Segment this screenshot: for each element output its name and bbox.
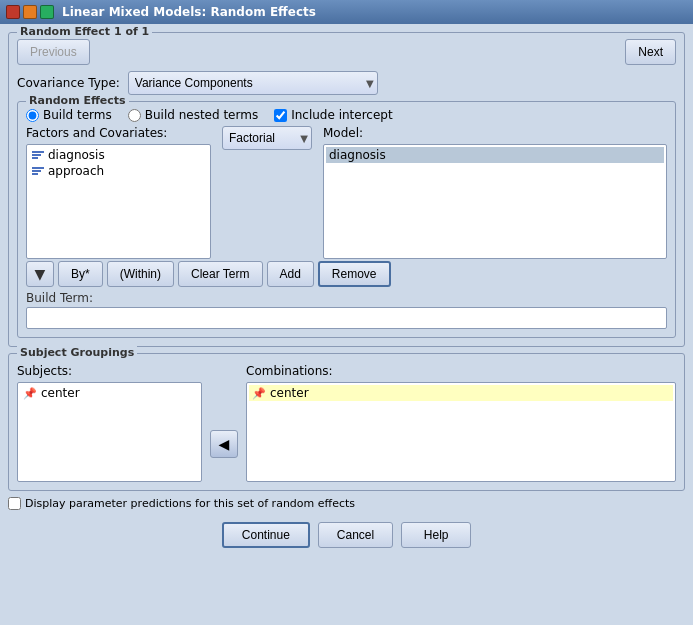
model-list[interactable]: diagnosis bbox=[323, 144, 667, 259]
bar-chart-icon-diagnosis bbox=[32, 151, 44, 159]
remove-button[interactable]: Remove bbox=[318, 261, 391, 287]
display-param-label: Display parameter predictions for this s… bbox=[25, 497, 355, 510]
bottom-buttons: Continue Cancel Help bbox=[8, 516, 685, 550]
build-terms-radio[interactable] bbox=[26, 109, 39, 122]
build-term-label: Build Term: bbox=[26, 291, 667, 305]
factors-label: Factors and Covariates: bbox=[26, 126, 211, 140]
add-button[interactable]: Add bbox=[267, 261, 314, 287]
transfer-arrow-col: ◀ bbox=[210, 364, 238, 458]
combinations-list[interactable]: 📌 center bbox=[246, 382, 676, 482]
factor-approach[interactable]: approach bbox=[29, 163, 208, 179]
pin-icon-combinations: 📌 bbox=[252, 387, 266, 400]
combinations-label: Combinations: bbox=[246, 364, 676, 378]
continue-button[interactable]: Continue bbox=[222, 522, 310, 548]
subjects-list[interactable]: 📌 center bbox=[17, 382, 202, 482]
display-param-row: Display parameter predictions for this s… bbox=[8, 497, 685, 510]
factorial-select[interactable]: Factorial Main Effects All 2-way bbox=[222, 126, 312, 150]
covariance-type-wrapper: Variance Components Diagonal AR(1) Unstr… bbox=[128, 71, 378, 95]
minimize-button[interactable] bbox=[23, 5, 37, 19]
random-effects-label: Random Effects bbox=[26, 94, 129, 107]
close-button[interactable] bbox=[6, 5, 20, 19]
subject-groupings-group: Subject Groupings Subjects: 📌 center ◀ C… bbox=[8, 353, 685, 491]
transfer-left-button[interactable]: ◀ bbox=[210, 430, 238, 458]
display-param-checkbox[interactable] bbox=[8, 497, 21, 510]
subject-center-label: center bbox=[41, 386, 80, 400]
random-effect-group: Random Effect 1 of 1 Previous Next Covar… bbox=[8, 32, 685, 347]
covariance-type-select[interactable]: Variance Components Diagonal AR(1) Unstr… bbox=[128, 71, 378, 95]
clear-term-button[interactable]: Clear Term bbox=[178, 261, 262, 287]
factorial-wrapper: Factorial Main Effects All 2-way ▼ bbox=[222, 126, 312, 150]
title-bar: Linear Mixed Models: Random Effects bbox=[0, 0, 693, 24]
cancel-button[interactable]: Cancel bbox=[318, 522, 393, 548]
include-intercept-text: Include intercept bbox=[291, 108, 393, 122]
build-nested-radio[interactable] bbox=[128, 109, 141, 122]
dialog-title: Linear Mixed Models: Random Effects bbox=[62, 5, 316, 19]
subject-groupings-label: Subject Groupings bbox=[17, 346, 137, 359]
by-star-button[interactable]: By* bbox=[58, 261, 103, 287]
factor-diagnosis[interactable]: diagnosis bbox=[29, 147, 208, 163]
covariance-type-label: Covariance Type: bbox=[17, 76, 120, 90]
random-effect-label: Random Effect 1 of 1 bbox=[17, 25, 152, 38]
build-terms-radio-label[interactable]: Build terms bbox=[26, 108, 112, 122]
model-label: Model: bbox=[323, 126, 667, 140]
maximize-button[interactable] bbox=[40, 5, 54, 19]
previous-button[interactable]: Previous bbox=[17, 39, 90, 65]
next-button[interactable]: Next bbox=[625, 39, 676, 65]
build-term-input[interactable] bbox=[26, 307, 667, 329]
factor-diagnosis-label: diagnosis bbox=[48, 148, 105, 162]
subjects-label: Subjects: bbox=[17, 364, 202, 378]
factor-approach-label: approach bbox=[48, 164, 104, 178]
help-button[interactable]: Help bbox=[401, 522, 471, 548]
combination-center[interactable]: 📌 center bbox=[249, 385, 673, 401]
within-button[interactable]: (Within) bbox=[107, 261, 174, 287]
build-terms-label: Build terms bbox=[43, 108, 112, 122]
factors-list[interactable]: diagnosis approach bbox=[26, 144, 211, 259]
bar-chart-icon-approach bbox=[32, 167, 44, 175]
include-intercept-label[interactable]: Include intercept bbox=[274, 108, 393, 122]
down-arrow-button[interactable]: ▼ bbox=[26, 261, 54, 287]
build-nested-label: Build nested terms bbox=[145, 108, 258, 122]
pin-icon-subjects: 📌 bbox=[23, 387, 37, 400]
combination-center-label: center bbox=[270, 386, 309, 400]
model-item-diagnosis[interactable]: diagnosis bbox=[326, 147, 664, 163]
middle-controls: Factorial Main Effects All 2-way ▼ bbox=[217, 126, 317, 154]
include-intercept-checkbox[interactable] bbox=[274, 109, 287, 122]
build-nested-radio-label[interactable]: Build nested terms bbox=[128, 108, 258, 122]
subject-center[interactable]: 📌 center bbox=[20, 385, 199, 401]
